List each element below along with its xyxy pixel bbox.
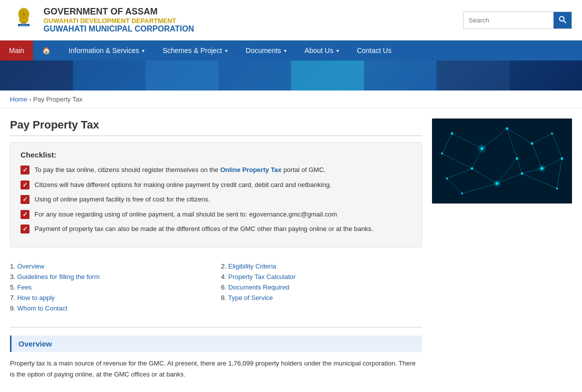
nav-home[interactable]: 🏠 bbox=[33, 40, 60, 60]
svg-rect-15 bbox=[432, 118, 572, 204]
info-services-dropdown-arrow: ▾ bbox=[142, 48, 144, 54]
check-icon-4 bbox=[20, 210, 30, 219]
link-docs-required: 6. Documents Required bbox=[221, 284, 422, 291]
about-dropdown-arrow: ▾ bbox=[336, 48, 339, 54]
checklist-item-4: For any issue regarding using of online … bbox=[20, 210, 412, 220]
overview-section: Overview Property tax is a main source o… bbox=[10, 336, 422, 380]
svg-point-10 bbox=[24, 18, 28, 21]
svg-point-54 bbox=[494, 180, 500, 187]
checklist-box: Checklist: To pay the tax online, citize… bbox=[10, 142, 422, 248]
banner-block-2 bbox=[73, 60, 146, 90]
link-whom-to-contact: 9. Whom to Contact bbox=[10, 304, 211, 312]
svg-point-51 bbox=[556, 188, 558, 190]
sidebar-image bbox=[432, 118, 572, 204]
link-type-of-service: 8. Type of Service bbox=[221, 294, 422, 302]
org-corp: GUWAHATI MUNICIPAL CORPORATION bbox=[44, 24, 194, 34]
logo-emblem: सत्यमेव जयते bbox=[10, 5, 38, 35]
checklist-text-3: Using of online payment facility is free… bbox=[34, 194, 210, 204]
banner-block-1 bbox=[0, 60, 73, 90]
svg-point-48 bbox=[461, 192, 463, 194]
page-title: Pay Property Tax bbox=[10, 118, 422, 136]
header-text: GOVERNMENT OF ASSAM GUWAHATI DEVELOPMENT… bbox=[44, 6, 194, 34]
link-calculator: 4. Property Tax Calculator bbox=[221, 273, 422, 280]
search-input[interactable] bbox=[464, 14, 554, 27]
nav-about-us[interactable]: About Us ▾ bbox=[296, 40, 348, 60]
checklist-item-5: Payment of property tax can also be made… bbox=[20, 224, 412, 234]
svg-point-44 bbox=[471, 168, 474, 170]
schemes-dropdown-arrow: ▾ bbox=[225, 48, 228, 54]
check-icon-3 bbox=[20, 195, 30, 204]
main-container: Pay Property Tax Checklist: To pay the t… bbox=[0, 108, 582, 390]
svg-point-40 bbox=[531, 142, 534, 145]
check-icon-1 bbox=[20, 166, 30, 174]
org-name: GOVERNMENT OF ASSAM bbox=[44, 6, 194, 17]
banner bbox=[0, 60, 582, 90]
nav-documents[interactable]: Documents ▾ bbox=[236, 40, 296, 60]
overview-text: Property tax is a main source of revenue… bbox=[10, 358, 422, 380]
link-overview: 1. Overview bbox=[10, 262, 211, 270]
check-icon-5 bbox=[20, 224, 30, 234]
nav-contact-us[interactable]: Contact Us bbox=[348, 40, 400, 60]
checklist-text-2: Citizens will have different options for… bbox=[34, 180, 332, 190]
content-area: Pay Property Tax Checklist: To pay the t… bbox=[10, 118, 422, 380]
header: सत्यमेव जयते GOVERNMENT OF ASSAM GUWAHAT… bbox=[0, 0, 582, 40]
svg-point-9 bbox=[19, 18, 24, 21]
banner-block-7 bbox=[436, 60, 510, 90]
link-guidelines: 3. Guidelines for filling the form bbox=[10, 273, 211, 280]
header-right bbox=[463, 12, 572, 29]
svg-point-39 bbox=[506, 128, 508, 130]
nav-main[interactable]: Main bbox=[0, 40, 33, 60]
checklist-title: Checklist: bbox=[20, 150, 412, 159]
svg-point-13 bbox=[560, 16, 564, 21]
banner-block-6 bbox=[364, 60, 437, 90]
online-property-tax-link[interactable]: Online Property Tax bbox=[220, 166, 282, 174]
nav-info-services[interactable]: Information & Services ▾ bbox=[60, 40, 154, 60]
link-fees: 5. Fees bbox=[10, 284, 211, 291]
check-icon-2 bbox=[20, 180, 30, 190]
breadcrumb-separator: › bbox=[29, 96, 31, 103]
documents-dropdown-arrow: ▾ bbox=[284, 48, 286, 54]
svg-point-47 bbox=[446, 178, 448, 180]
checklist-text-4: For any issue regarding using of online … bbox=[34, 210, 337, 220]
overview-title: Overview bbox=[10, 336, 422, 352]
breadcrumb: Home › Pay Property Tax bbox=[0, 90, 582, 108]
svg-point-52 bbox=[478, 144, 486, 152]
search-button[interactable] bbox=[554, 12, 572, 28]
checklist-item-3: Using of online payment facility is free… bbox=[20, 194, 412, 204]
home-icon: 🏠 bbox=[42, 46, 50, 54]
banner-block-3 bbox=[146, 60, 218, 90]
banner-block-4 bbox=[218, 60, 292, 90]
svg-point-53 bbox=[538, 165, 546, 172]
links-grid: 1. Overview 2. Eligibility Criteria 3. G… bbox=[10, 258, 422, 317]
banner-block-8 bbox=[510, 60, 582, 90]
banner-block-5 bbox=[291, 60, 364, 90]
checklist-item-1: To pay the tax online, citizens should r… bbox=[20, 165, 412, 175]
checklist-text-1: To pay the tax online, citizens should r… bbox=[34, 165, 326, 175]
divider bbox=[10, 327, 422, 328]
breadcrumb-current: Pay Property Tax bbox=[33, 96, 82, 103]
header-left: सत्यमेव जयते GOVERNMENT OF ASSAM GUWAHAT… bbox=[10, 5, 194, 35]
nav-schemes-project[interactable]: Schemes & Project ▾ bbox=[154, 40, 236, 60]
org-dept: GUWAHATI DEVELOPMENT DEPARTMENT bbox=[44, 17, 194, 24]
svg-point-46 bbox=[521, 172, 524, 175]
checklist-item-2: Citizens will have different options for… bbox=[20, 180, 412, 190]
breadcrumb-home[interactable]: Home bbox=[10, 96, 28, 103]
search-box[interactable] bbox=[463, 12, 572, 29]
svg-point-49 bbox=[441, 152, 443, 154]
link-how-to-apply: 7. How to apply bbox=[10, 294, 211, 302]
link-eligibility: 2. Eligibility Criteria bbox=[221, 262, 422, 270]
svg-point-50 bbox=[516, 158, 518, 160]
checklist-text-5: Payment of property tax can also be made… bbox=[34, 224, 373, 234]
svg-point-42 bbox=[561, 158, 564, 160]
sidebar bbox=[432, 118, 572, 380]
navbar: Main 🏠 Information & Services ▾ Schemes … bbox=[0, 40, 582, 60]
svg-line-14 bbox=[564, 20, 566, 23]
svg-point-41 bbox=[551, 132, 553, 134]
svg-point-37 bbox=[451, 132, 454, 135]
svg-rect-8 bbox=[21, 22, 26, 24]
svg-text:सत्यमेव जयते: सत्यमेव जयते bbox=[20, 24, 28, 26]
